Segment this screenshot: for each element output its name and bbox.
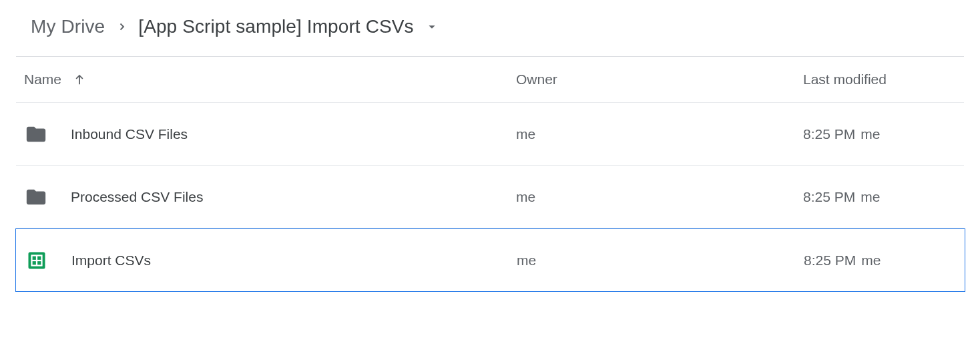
caret-down-icon[interactable] [425,19,439,34]
file-modified: 8:25 PMme [804,252,965,269]
modified-time: 8:25 PM [803,189,855,205]
file-modified: 8:25 PMme [803,189,964,205]
breadcrumb: My Drive [App Script sample] Import CSVs [0,0,980,56]
file-owner: me [516,126,803,142]
breadcrumb-root[interactable]: My Drive [29,13,106,40]
folder-icon [24,186,48,208]
modified-by: me [861,189,880,205]
modified-by: me [861,252,881,269]
file-name: Inbound CSV Files [71,126,516,142]
column-header-name[interactable]: Name [24,71,516,88]
table-row[interactable]: Inbound CSV Filesme8:25 PMme [16,103,964,166]
column-header-name-label: Name [24,71,61,88]
table-row[interactable]: Import CSVsme8:25 PMme [15,228,965,292]
column-header-owner[interactable]: Owner [516,71,803,88]
arrow-up-icon [72,72,87,87]
folder-icon [24,123,48,146]
sheets-icon [25,250,49,271]
column-header-modified[interactable]: Last modified [803,71,964,88]
modified-time: 8:25 PM [804,252,856,269]
file-name: Processed CSV Files [71,189,516,205]
table-header-row: Name Owner Last modified [16,57,964,103]
chevron-right-icon [109,17,134,36]
file-table: Name Owner Last modified Inbound CSV Fil… [16,57,964,292]
breadcrumb-current[interactable]: [App Script sample] Import CSVs [137,13,415,40]
file-owner: me [516,189,803,205]
table-row[interactable]: Processed CSV Filesme8:25 PMme [16,166,964,228]
file-modified: 8:25 PMme [803,126,964,142]
file-owner: me [517,252,804,269]
modified-by: me [861,126,880,142]
file-name: Import CSVs [71,252,517,269]
modified-time: 8:25 PM [803,126,855,142]
